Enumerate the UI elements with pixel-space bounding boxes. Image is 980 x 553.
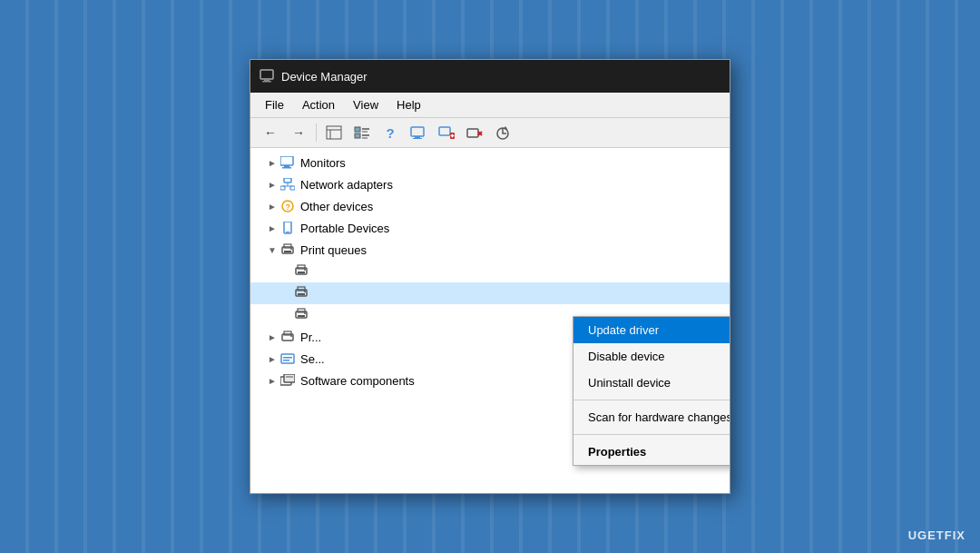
menu-view[interactable]: View (346, 95, 386, 114)
svg-rect-57 (283, 360, 289, 361)
svg-rect-26 (284, 178, 291, 183)
back-button[interactable]: ← (258, 122, 283, 143)
ctx-separator-2 (573, 434, 730, 435)
portable-label: Portable Devices (300, 222, 389, 235)
svg-rect-12 (411, 127, 424, 136)
menu-bar: File Action View Help (250, 93, 730, 118)
tree-item-portable[interactable]: ► Portable Devices (250, 217, 730, 239)
svg-rect-23 (280, 156, 293, 165)
svg-rect-28 (290, 186, 295, 190)
print-queues-label: Print queues (300, 243, 367, 257)
ctx-properties[interactable]: Properties (573, 439, 730, 465)
svg-rect-0 (260, 70, 273, 79)
toolbar-sep-1 (316, 123, 317, 142)
tree-item-other-devices[interactable]: ► ? Other devices (250, 195, 730, 217)
svg-rect-55 (281, 354, 294, 363)
toolbar: ← → ? (250, 118, 730, 148)
svg-rect-35 (286, 232, 289, 232)
svg-rect-42 (298, 272, 305, 273)
ctx-disable-device[interactable]: Disable device (573, 343, 730, 370)
pr-partial-label: Pr... (300, 331, 321, 344)
unknown-device-icon: ? (279, 198, 296, 214)
svg-rect-15 (439, 127, 450, 135)
watermark-text: UGETFIX (908, 528, 965, 542)
network-label: Network adapters (300, 178, 393, 192)
view-detail-button[interactable] (349, 122, 375, 143)
svg-rect-19 (467, 129, 478, 137)
print-sub-label-1 (313, 265, 317, 279)
watermark: UGETFIX (908, 528, 965, 542)
expand-icon: ► (265, 202, 279, 212)
print-sub-label-2 (313, 287, 317, 301)
svg-rect-1 (264, 79, 270, 81)
ctx-update-driver[interactable]: Update driver (573, 317, 730, 343)
content-area: ► Monitors ► (250, 148, 730, 493)
svg-point-54 (290, 335, 292, 337)
ctx-uninstall-device[interactable]: Uninstall device (573, 370, 730, 396)
monitor-icon (279, 154, 296, 171)
menu-action[interactable]: Action (295, 95, 342, 114)
svg-rect-2 (262, 81, 271, 83)
context-menu: Update driver Disable device Uninstall d… (573, 316, 730, 466)
expand-icon: ► (265, 332, 279, 342)
printer-sub-icon-3 (294, 308, 309, 323)
svg-rect-24 (284, 165, 289, 167)
device-manager-window: Device Manager File Action View Help ← → (250, 59, 730, 494)
menu-file[interactable]: File (258, 95, 291, 114)
se-partial-label: Se... (300, 352, 325, 366)
print-sub-label-3 (313, 309, 317, 322)
tree-item-network[interactable]: ► Network adapters (250, 173, 730, 195)
print-sub-item-1[interactable] (250, 261, 730, 282)
svg-rect-38 (284, 251, 291, 252)
pr-partial-icon (279, 329, 296, 345)
svg-rect-7 (355, 133, 360, 138)
expand-icon: ► (265, 158, 279, 168)
svg-point-51 (304, 312, 306, 314)
svg-rect-50 (298, 315, 305, 317)
svg-rect-46 (298, 293, 305, 295)
svg-rect-14 (413, 138, 422, 139)
printer-sub-icon-1 (294, 264, 309, 280)
svg-text:?: ? (286, 202, 291, 212)
expand-icon-open: ▼ (265, 245, 279, 255)
expand-icon: ► (265, 354, 279, 364)
svg-point-43 (304, 269, 306, 271)
ctx-separator (573, 400, 730, 400)
add-device-button[interactable] (434, 122, 459, 143)
ctx-scan-changes[interactable]: Scan for hardware changes (573, 404, 730, 430)
forward-button[interactable]: → (286, 122, 311, 143)
svg-point-47 (304, 291, 306, 292)
print-sub-item-2[interactable] (250, 282, 730, 304)
printer-sub-icon-2 (294, 286, 309, 301)
scan-changes-button[interactable] (490, 122, 515, 143)
expand-icon: ► (265, 223, 279, 233)
svg-rect-6 (355, 127, 360, 132)
expand-icon: ► (265, 180, 279, 190)
title-bar-icon (260, 69, 274, 84)
other-devices-label: Other devices (300, 200, 373, 213)
software-icon (279, 372, 296, 389)
svg-rect-3 (327, 126, 341, 139)
svg-rect-56 (283, 357, 292, 359)
window-title: Device Manager (281, 70, 720, 84)
help-button[interactable]: ? (377, 122, 403, 143)
device-manager-button[interactable] (406, 122, 431, 143)
monitors-label: Monitors (300, 156, 346, 170)
svg-point-39 (290, 248, 292, 250)
title-bar: Device Manager (250, 60, 730, 93)
se-partial-icon (279, 351, 296, 367)
svg-rect-27 (280, 186, 285, 190)
expand-icon: ► (265, 376, 279, 386)
network-icon (279, 176, 296, 193)
menu-help[interactable]: Help (389, 95, 428, 114)
svg-rect-59 (284, 374, 295, 382)
svg-rect-25 (282, 167, 291, 169)
print-queue-icon (279, 242, 296, 258)
portable-device-icon (279, 220, 296, 236)
tree-item-print-queues[interactable]: ▼ Print queues (250, 239, 730, 261)
software-label: Software components (300, 374, 415, 388)
tree-item-monitors[interactable]: ► Monitors (250, 152, 730, 173)
view-list-button[interactable] (321, 122, 347, 143)
remove-device-button[interactable] (462, 122, 487, 143)
svg-rect-13 (415, 136, 420, 138)
